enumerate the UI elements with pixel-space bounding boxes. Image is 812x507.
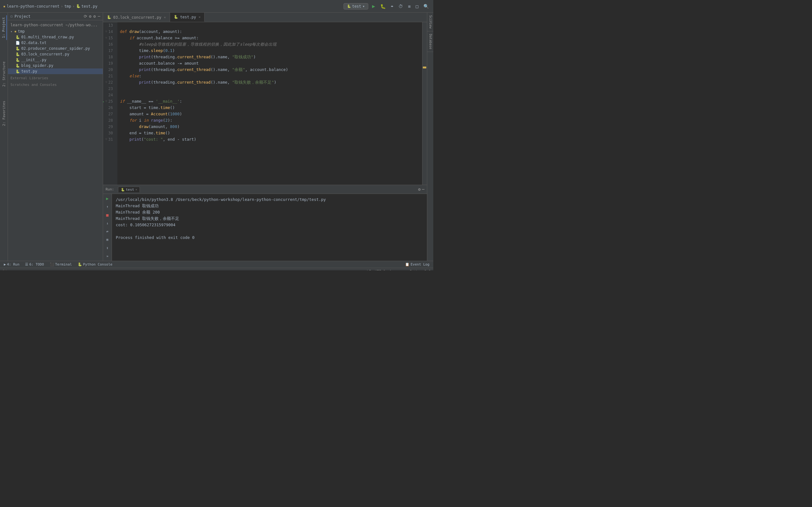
search-button[interactable]: 🔍: [422, 3, 430, 9]
tab-todo[interactable]: ☰ 6: TODO: [22, 262, 46, 267]
settings-icon[interactable]: ⚙: [418, 187, 420, 192]
tab-event-log[interactable]: 📋 Event Log: [403, 262, 432, 267]
profile-button[interactable]: ⏱: [397, 3, 404, 9]
code-content[interactable]: def draw(account, amount): if account.ba…: [117, 22, 422, 185]
vcs-button[interactable]: ≡: [407, 3, 412, 9]
wrap-button[interactable]: ⇌: [104, 228, 111, 235]
sidebar-content: learn-python-concurrent ~/python-wo... ▾…: [8, 20, 103, 261]
file-02data[interactable]: 📄 02.data.txt: [8, 40, 103, 46]
sidebar-filter-icon[interactable]: ⚙: [89, 14, 92, 19]
scroll-up-button[interactable]: ↑: [104, 204, 111, 210]
line-gutter: 13 ▽14 ▽15 16 17 18 19 20 21 ▽22 23 24 ▶…: [103, 22, 117, 185]
tab-close-test[interactable]: ✕: [199, 15, 200, 19]
status-indent[interactable]: 4 spaces: [389, 269, 406, 270]
code-line-13: [120, 22, 422, 29]
run-label: Run:: [106, 187, 114, 191]
output-line-5: [116, 228, 423, 234]
nav-project[interactable]: 1: Project: [1, 15, 7, 40]
status-warnings: ⬛: [3, 269, 7, 270]
gutter-18: 18: [103, 54, 115, 60]
nav-favorites[interactable]: 2: Favorites: [1, 99, 7, 128]
rerun-button[interactable]: ▶: [104, 195, 111, 202]
footer-tabs: ▶ 4: Run ☰ 6: TODO ⬛ Terminal 🐍 Python C…: [0, 261, 433, 268]
breadcrumb-project[interactable]: learn-python-concurrent: [7, 4, 59, 9]
gutter-27: 27: [103, 111, 115, 117]
scroll-indicator: [422, 22, 427, 185]
minimize-icon[interactable]: ─: [422, 187, 424, 192]
database-tab[interactable]: Database: [427, 32, 433, 52]
tab-terminal[interactable]: ⬛ Terminal: [47, 262, 74, 267]
run-icon-25[interactable]: ▶: [103, 99, 104, 104]
gutter-26: 26: [103, 105, 115, 111]
py-file-icon: 🐍: [15, 69, 20, 73]
code-line-19: account.balance -= amount: [120, 60, 422, 66]
right-panel: SciView Database: [427, 13, 433, 261]
scroll-down-button[interactable]: ↓: [104, 220, 111, 227]
code-line-24: [120, 92, 422, 98]
tab-run[interactable]: ▶ 4: Run: [1, 262, 22, 267]
terminal-button[interactable]: □: [415, 3, 420, 9]
project-root[interactable]: learn-python-concurrent ~/python-wo...: [8, 21, 103, 29]
debug-button[interactable]: 🐛: [379, 3, 387, 9]
output-line-3: MainThread 取钱失败，余额不足: [116, 216, 423, 222]
code-line-15: if account.balance >= amount:: [120, 35, 422, 41]
tree-button[interactable]: ⊞: [104, 236, 111, 243]
gutter-19: 19: [103, 60, 115, 66]
breadcrumb-file: 🐍 test.py: [76, 4, 98, 9]
python-icon: 🐍: [78, 262, 82, 267]
status-python[interactable]: Python 3.8: [410, 269, 431, 270]
tab-03lock[interactable]: 🐍 03.lock_concurrent.py ✕: [103, 13, 170, 22]
coverage-button[interactable]: ☂: [390, 3, 395, 9]
section-scratches[interactable]: Scratches and Consoles: [8, 81, 103, 88]
code-line-17: time.sleep(0.1): [120, 48, 422, 54]
status-encoding[interactable]: UTF-8: [375, 269, 386, 270]
breadcrumb-folder[interactable]: tmp: [64, 4, 71, 9]
status-lf[interactable]: LF: [367, 269, 371, 270]
fold-31[interactable]: ▽: [104, 137, 107, 142]
sidebar: ☐ Project ⟳ ⚙ ⚙ ─ learn-python-concurren…: [8, 13, 103, 261]
fold-25[interactable]: ▽: [105, 99, 107, 104]
gutter-23: 23: [103, 86, 115, 92]
fold-15[interactable]: ▽: [104, 36, 107, 40]
file-01[interactable]: 🐍 01.multi_thread_craw.py: [8, 34, 103, 40]
sidebar-settings-icon[interactable]: ⚙: [93, 14, 96, 19]
file-03lock[interactable]: 🐍 03.lock_concurrent.py: [8, 51, 103, 57]
folder-tmp[interactable]: ▾ ▪ tmp: [8, 29, 103, 34]
stop-button[interactable]: ■: [104, 212, 111, 219]
code-line-16: #sleep会导致线程的阻塞，导致线程的切换，因此加了sleep每次都会出现: [120, 41, 422, 48]
file-02producer[interactable]: 🐍 02.producer_consumer_spider.py: [8, 46, 103, 51]
section-external-libraries[interactable]: External Libraries: [8, 74, 103, 81]
sidebar-minimize-icon[interactable]: ─: [98, 14, 100, 19]
nav-structure[interactable]: 2: Structure: [1, 60, 7, 89]
sidebar-sync-icon[interactable]: ⟳: [84, 14, 87, 19]
code-line-21: else:: [120, 73, 422, 79]
sciview-tab[interactable]: SciView: [427, 13, 433, 32]
run-tab[interactable]: 🐍 test ✕: [118, 187, 140, 192]
fold-14[interactable]: ▽: [104, 30, 107, 34]
expand-button[interactable]: »: [104, 252, 111, 260]
code-line-22: print(threading.current_thread().name, "…: [120, 79, 422, 86]
editor-area: 🐍 03.lock_concurrent.py ✕ 🐍 test.py ✕ 13…: [103, 13, 427, 261]
status-bar: ⬛ LF UTF-8 4 spaces Python 3.8: [0, 268, 433, 270]
py-icon: 🐍: [107, 15, 111, 19]
run-config-button[interactable]: 🐍 test ▾: [344, 3, 368, 9]
gutter-16: 16: [103, 41, 115, 48]
output-line-2: MainThread 余额 200: [116, 209, 423, 216]
run-button[interactable]: ▶: [371, 3, 376, 10]
sidebar-title: Project: [14, 14, 82, 19]
tab-python-console[interactable]: 🐍 Python Console: [75, 262, 115, 267]
run-tab-close[interactable]: ✕: [136, 188, 137, 191]
tab-close-03lock[interactable]: ✕: [164, 15, 166, 19]
bottom-content: ▶ ↑ ■ ↓ ⇌ ⊞ ↧ » /usr/local/bin/python3.8…: [103, 194, 427, 261]
main-layout: 1: Project 2: Structure 2: Favorites ☐ P…: [0, 13, 433, 261]
gutter-29: 29: [103, 124, 115, 130]
fold-22[interactable]: ▽: [104, 80, 107, 84]
folder-icon: ▪: [14, 29, 16, 34]
code-line-20: print(threading.current_thread().name, "…: [120, 66, 422, 73]
file-test[interactable]: 🐍 test.py: [8, 68, 103, 74]
status-right: LF UTF-8 4 spaces Python 3.8: [367, 269, 431, 270]
file-init[interactable]: 🐍 __init__.py: [8, 57, 103, 63]
file-blogspider[interactable]: 🐍 blog_spider.py: [8, 63, 103, 68]
tab-test[interactable]: 🐍 test.py ✕: [170, 13, 205, 22]
pin-button[interactable]: ↧: [104, 244, 111, 251]
